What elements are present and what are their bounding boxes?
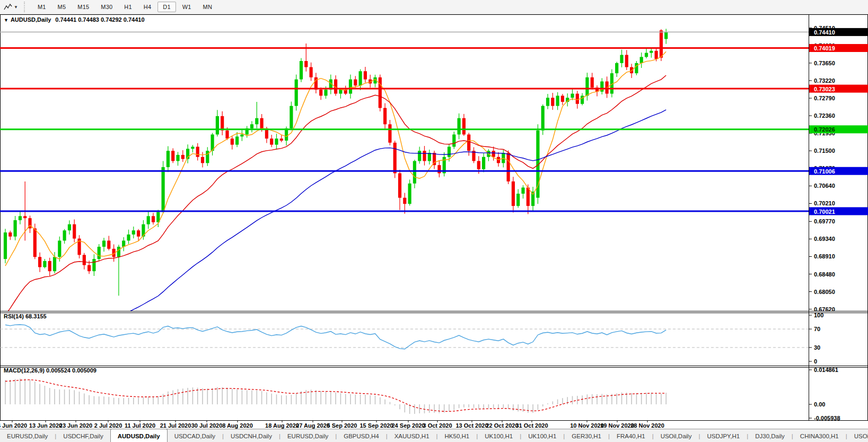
date-tick-label: 21 Jul 2020 bbox=[160, 422, 191, 429]
date-tick-label: 23 Jun 2020 bbox=[59, 422, 92, 429]
price-tick-label: 0.70210 bbox=[814, 200, 835, 206]
date-tick-label: 11 Jul 2020 bbox=[125, 422, 155, 429]
tab-usoil-h1[interactable]: USOil,H1 bbox=[847, 429, 868, 442]
macd-values: 0.005524 0.005009 bbox=[46, 367, 97, 374]
date-tick-label: 4 Jun 2020 bbox=[0, 422, 27, 429]
date-tick-label: 19 Nov 2020 bbox=[600, 422, 634, 429]
tab-usdcnh-daily[interactable]: USDCNH,Daily bbox=[224, 429, 279, 442]
date-tick-label: 15 Sep 2020 bbox=[360, 422, 393, 429]
tab-eurusd-daily[interactable]: EURUSD,Daily bbox=[0, 429, 55, 442]
macd-indicator-label: MACD(12,26,9) 0.005524 0.005009 bbox=[4, 367, 97, 374]
date-tick-label: 28 Nov 2020 bbox=[630, 422, 664, 429]
price-badge-label: 0.73023 bbox=[814, 86, 835, 92]
tab-xauusd-h1[interactable]: XAUUSD,H1 bbox=[388, 429, 436, 442]
tab-uk100-h1[interactable]: UK100,H1 bbox=[478, 429, 520, 442]
tab-dj30-daily[interactable]: DJ30,Daily bbox=[748, 429, 792, 442]
price-tick-label: 0.70640 bbox=[814, 183, 835, 189]
tab-ger30-h1[interactable]: GER30,H1 bbox=[565, 429, 608, 442]
date-tick-label: 18 Aug 2020 bbox=[265, 422, 299, 429]
price-tick-label: 0.69340 bbox=[814, 236, 835, 242]
macd-name: MACD(12,26,9) bbox=[4, 367, 45, 374]
rsi-axis-label: 0 bbox=[814, 358, 817, 365]
date-tick-label: 31 Oct 2020 bbox=[515, 422, 548, 429]
price-tick-label: 0.73650 bbox=[814, 60, 835, 66]
date-tick-label: 8 Aug 2020 bbox=[222, 422, 253, 429]
date-tick-label: 2 Jul 2020 bbox=[94, 422, 122, 429]
price-tick-label: 0.72790 bbox=[814, 95, 835, 101]
rsi-indicator-label: RSI(14) 68.3155 bbox=[4, 313, 47, 319]
price-chart[interactable]: 0.745100.740800.736500.732200.727900.723… bbox=[0, 0, 868, 429]
chart-tab-bar: EURUSD,Daily|USDCHF,DailyAUDUSD,DailyUSD… bbox=[0, 429, 868, 442]
tab-fra40-h1[interactable]: FRA40,H1 bbox=[610, 429, 652, 442]
tab-usdjpy-h1[interactable]: USDJPY,H1 bbox=[700, 429, 747, 442]
date-tick-label: 13 Oct 2020 bbox=[455, 422, 488, 429]
price-badge-label: 0.74019 bbox=[814, 45, 835, 51]
chart-title: ▼AUDUSD,Daily0.74441 0.74483 0.74292 0.7… bbox=[4, 16, 145, 23]
chart-symbol-label: AUDUSD,Daily bbox=[11, 16, 51, 23]
date-tick-label: 22 Oct 2020 bbox=[486, 422, 518, 429]
price-tick-label: 0.71500 bbox=[814, 148, 835, 154]
price-badge-label: 0.70021 bbox=[814, 209, 835, 215]
rsi-name: RSI(14) bbox=[4, 313, 24, 319]
price-tick-label: 0.68050 bbox=[814, 289, 835, 295]
chart-plot-area[interactable] bbox=[0, 14, 809, 420]
tab-usdchf-daily[interactable]: USDCHF,Daily bbox=[56, 429, 110, 442]
rsi-axis-label: 30 bbox=[814, 344, 820, 351]
price-tick-label: 0.67620 bbox=[814, 306, 835, 313]
date-tick-label: 13 Jun 2020 bbox=[29, 422, 62, 429]
date-tick-label: 27 Aug 2020 bbox=[296, 422, 330, 429]
date-tick-label: 10 Nov 2020 bbox=[570, 422, 604, 429]
symbol-caret-icon: ▼ bbox=[4, 18, 8, 23]
tab-usoil-daily[interactable]: USOil,Daily bbox=[654, 429, 699, 442]
price-badge-label: 0.72026 bbox=[814, 126, 835, 133]
date-tick-label: 5 Sep 2020 bbox=[327, 422, 357, 429]
price-tick-label: 0.68910 bbox=[814, 253, 835, 259]
tab-hk50-h1[interactable]: HK50,H1 bbox=[438, 429, 477, 442]
tab-audusd-daily[interactable]: AUDUSD,Daily bbox=[110, 429, 168, 442]
date-tick-label: 24 Sep 2020 bbox=[392, 422, 425, 429]
date-tick-label: 30 Jul 2020 bbox=[191, 422, 223, 429]
rsi-value: 68.3155 bbox=[25, 313, 47, 319]
tab-china300-h1[interactable]: CHINA300,H1 bbox=[793, 429, 846, 442]
price-tick-label: 0.73220 bbox=[814, 77, 835, 84]
tab-gbpusd-h4[interactable]: GBPUSD,H4 bbox=[337, 429, 385, 442]
chart-ohlc-quote: 0.74441 0.74483 0.74292 0.74410 bbox=[55, 16, 144, 23]
rsi-axis-label: 100 bbox=[814, 312, 823, 318]
macd-axis-label: 0.00 bbox=[814, 401, 825, 408]
macd-axis-label: -0.005938 bbox=[814, 415, 840, 421]
rsi-axis-label: 70 bbox=[814, 326, 820, 332]
price-tick-label: 0.68480 bbox=[814, 271, 835, 278]
price-badge-label: 0.74410 bbox=[814, 29, 835, 36]
time-axis[interactable]: 4 Jun 202013 Jun 202023 Jun 20202 Jul 20… bbox=[0, 420, 664, 429]
mt4-terminal: ▼ M1M5M15M30H1H4D1W1MN ▼AUDUSD,Daily0.74… bbox=[0, 0, 868, 442]
price-tick-label: 0.72360 bbox=[814, 112, 835, 119]
macd-axis-label: 0.014861 bbox=[814, 367, 838, 373]
tab-uk100-h1[interactable]: UK100,H1 bbox=[521, 429, 563, 442]
tab-eurusd-daily[interactable]: EURUSD,Daily bbox=[280, 429, 335, 442]
price-tick-label: 0.69770 bbox=[814, 218, 835, 224]
date-tick-label: 3 Oct 2020 bbox=[423, 422, 452, 429]
price-badge-label: 0.71006 bbox=[814, 168, 835, 175]
tab-usdcad-daily[interactable]: USDCAD,Daily bbox=[168, 429, 222, 442]
